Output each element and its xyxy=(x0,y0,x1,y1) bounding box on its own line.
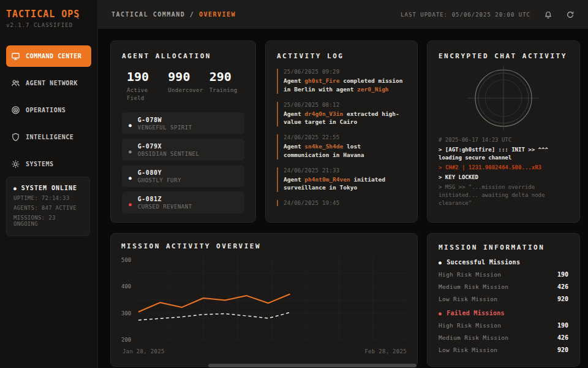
refresh-button[interactable] xyxy=(566,10,575,19)
sidebar: TACTICAL OPS v2.1.7 CLASSIFIED ‹ COMMAND… xyxy=(0,0,98,368)
chart-x-axis: Jan 28, 2025 Feb 28, 2025 xyxy=(121,348,407,355)
log-entry: 24/06/2025 22:55 Agent sn4ke_Sh4de lost … xyxy=(277,134,406,159)
agent-row[interactable]: G-081Z CURSED REVENANT xyxy=(122,191,244,213)
sidebar-item-label: COMMAND CENTER xyxy=(26,53,81,59)
agents-text: AGENTS: 847 ACTIVE xyxy=(13,205,83,211)
x-axis-start-label: Jan 28, 2025 xyxy=(123,348,165,355)
mission-info-row: High Risk Mission190 xyxy=(439,322,568,329)
agent-row[interactable]: G-078W VENGEFUL SPIRIT xyxy=(122,112,244,134)
log-entry: 24/06/2025 21:33 Agent ph4nt0m_R4ven ini… xyxy=(277,167,406,193)
svg-text:300: 300 xyxy=(121,310,131,316)
svg-text:500: 500 xyxy=(121,257,131,263)
svg-text:400: 400 xyxy=(121,283,131,289)
shield-icon xyxy=(11,132,20,142)
main-area: TACTICAL COMMAND / OVERVIEW LAST UPDATE:… xyxy=(98,0,588,368)
terminal-line: > [AGT:gh0stfire] ::: INIT >> ^^^ loadin… xyxy=(439,146,568,162)
log-entry: 25/06/2025 09:29 Agent gh0st_Fire comple… xyxy=(277,69,406,94)
people-icon xyxy=(11,79,20,88)
encrypted-chat-title: ENCRYPTED CHAT ACTIVITY xyxy=(439,52,568,60)
success-dot xyxy=(439,259,442,266)
terminal-log: # 2025-06-17 14:23 UTC > [AGT:gh0stfire]… xyxy=(439,136,568,207)
target-icon xyxy=(11,105,20,115)
breadcrumb: TACTICAL COMMAND / OVERVIEW xyxy=(111,11,236,18)
terminal-line: > MSG >> "...mission override initiated.… xyxy=(439,183,568,207)
sidebar-item-systems[interactable]: SYSTEMS xyxy=(6,153,91,175)
radar-graphic xyxy=(439,66,568,130)
refresh-icon xyxy=(566,10,575,19)
monitor-icon xyxy=(11,52,20,61)
svg-text:200: 200 xyxy=(121,337,131,343)
horizontal-scrollbar-thumb[interactable] xyxy=(208,364,417,367)
agent-list: G-078W VENGEFUL SPIRIT G-079X OBSIDIAN S… xyxy=(122,112,244,213)
sidebar-item-intelligence[interactable]: INTELLIGENCE xyxy=(6,126,91,148)
x-axis-end-label: Feb 28, 2025 xyxy=(364,348,407,355)
mission-activity-chart[interactable]: 500400300200 xyxy=(121,254,407,348)
terminal-line: # 2025-06-17 14:23 UTC xyxy=(439,136,568,144)
agent-stats: 190 Active Field 990 Undercover 290 Trai… xyxy=(122,69,244,102)
mission-info-row: High Risk Mission190 xyxy=(439,271,568,278)
mission-chart-svg: 500400300200 xyxy=(121,254,407,346)
failed-dot xyxy=(439,310,442,316)
encrypted-chat-card: ENCRYPTED CHAT ACTIVITY # 2025-06-17 14:… xyxy=(427,40,580,223)
agent-handle: gh0st_Fire xyxy=(304,77,339,84)
agent-status-dot xyxy=(129,144,132,156)
notifications-button[interactable] xyxy=(544,10,552,19)
sidebar-item-label: OPERATIONS xyxy=(26,107,66,113)
activity-log-title: ACTIVITY LOG xyxy=(277,52,406,60)
mission-info-row: Medium Risk Mission426 xyxy=(439,334,568,341)
log-entry: 24/06/2025 19:45 xyxy=(277,200,406,206)
stat-undercover: 990 Undercover xyxy=(168,69,203,102)
breadcrumb-root[interactable]: TACTICAL COMMAND / xyxy=(111,11,199,18)
mission-information-title: MISSION INFORMATION xyxy=(439,243,568,251)
mission-info-row: Low Risk Mission920 xyxy=(439,347,568,353)
agent-status-dot xyxy=(129,118,132,129)
sidebar-item-label: AGENT NETWORK xyxy=(26,80,78,86)
stat-training: 290 Training xyxy=(209,69,244,102)
agent-allocation-card: AGENT ALLOCATION 190 Active Field 990 Un… xyxy=(110,40,256,223)
app-version: v2.1.7 CLASSIFIED xyxy=(6,22,91,28)
mission-info-row: Low Risk Mission920 xyxy=(439,296,568,302)
uptime-text: UPTIME: 72:14:33 xyxy=(13,195,83,201)
system-status-panel: SYSTEM ONLINE UPTIME: 72:14:33 AGENTS: 8… xyxy=(6,177,90,236)
sidebar-collapse-icon[interactable]: ‹ xyxy=(75,12,80,21)
mission-information-card: MISSION INFORMATION Successful Missions … xyxy=(427,233,580,367)
gear-icon xyxy=(11,159,20,169)
terminal-line: > KEY LOCKED xyxy=(439,174,568,182)
agent-handle: zer0_Nigh xyxy=(357,86,388,93)
agent-handle: dr4g0n_V3in xyxy=(304,110,343,117)
stat-active-field: 190 Active Field xyxy=(127,69,162,102)
agent-status-dot xyxy=(129,171,132,182)
agent-allocation-title: AGENT ALLOCATION xyxy=(122,52,244,60)
activity-log-card: ACTIVITY LOG 25/06/2025 09:29 Agent gh0s… xyxy=(265,40,418,223)
mission-activity-card: MISSION ACTIVITY OVERVIEW 500400300200 J… xyxy=(110,233,418,367)
agent-row[interactable]: G-080Y GHOSTLY FURY xyxy=(122,165,244,187)
breadcrumb-current: OVERVIEW xyxy=(199,11,236,18)
status-dot xyxy=(13,185,17,191)
top-bar: TACTICAL COMMAND / OVERVIEW LAST UPDATE:… xyxy=(98,0,588,29)
last-update-text: LAST UPDATE: 05/06/2025 20:00 UTC xyxy=(401,12,530,18)
failed-missions-heading: Failed Missions xyxy=(439,310,568,316)
radar-circles-icon xyxy=(458,66,549,130)
agent-handle: ph4nt0m_R4ven xyxy=(304,176,350,183)
sidebar-nav: COMMAND CENTER AGENT NETWORK OPERATIONS … xyxy=(6,45,91,175)
log-entry: 25/06/2025 08:12 Agent dr4g0n_V3in extra… xyxy=(277,102,406,127)
sidebar-item-label: INTELLIGENCE xyxy=(26,134,74,140)
content-area: AGENT ALLOCATION 190 Active Field 990 Un… xyxy=(98,29,588,368)
successful-missions-heading: Successful Missions xyxy=(439,259,568,266)
terminal-line: > CH#2 | 1231.9082464.500...xR3 xyxy=(439,164,568,172)
sidebar-item-operations[interactable]: OPERATIONS xyxy=(6,99,91,121)
bell-icon xyxy=(544,10,552,19)
sidebar-item-command-center[interactable]: COMMAND CENTER xyxy=(6,45,91,67)
system-status-title: SYSTEM ONLINE xyxy=(13,185,83,191)
mission-info-row: Medium Risk Mission426 xyxy=(439,283,568,290)
sidebar-item-label: SYSTEMS xyxy=(26,161,54,167)
agent-row[interactable]: G-079X OBSIDIAN SENTINEL xyxy=(122,139,244,161)
missions-text: MISSIONS: 23 ONGOING xyxy=(13,215,83,227)
activity-log-list[interactable]: 25/06/2025 09:29 Agent gh0st_Fire comple… xyxy=(277,69,406,215)
sidebar-item-agent-network[interactable]: AGENT NETWORK xyxy=(6,72,91,94)
agent-handle: sn4ke_Sh4de xyxy=(304,143,343,150)
mission-activity-title: MISSION ACTIVITY OVERVIEW xyxy=(121,242,407,250)
agent-status-dot xyxy=(129,197,132,209)
